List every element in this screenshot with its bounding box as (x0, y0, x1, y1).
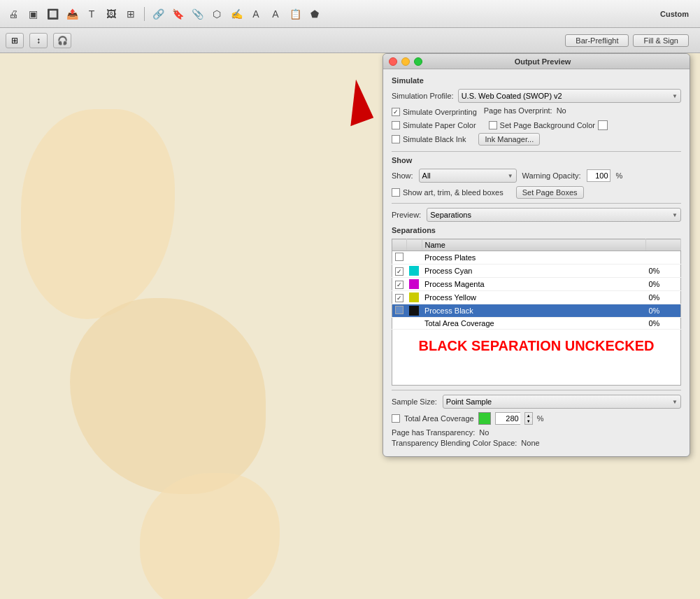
row-checkbox-cell[interactable] (392, 304, 407, 318)
tac-label: Total Area Coverage (404, 414, 474, 423)
text-icon[interactable]: T (84, 6, 99, 22)
simulate-overprinting-checkbox[interactable] (392, 108, 400, 116)
preview-value: Separations (430, 211, 471, 219)
transparency-blending-value: None (521, 439, 539, 447)
page-transparency-row: Page has Transparency: No (392, 428, 681, 437)
sample-size-select[interactable]: Point Sample ▼ (443, 395, 681, 409)
preview-select[interactable]: Separations ▼ (427, 208, 681, 222)
set-page-bg-label: Set Page Background Color (500, 121, 595, 129)
warning-opacity-input[interactable] (587, 169, 610, 182)
panel-body: Simulate Simulation Profile: U.S. Web Co… (383, 69, 690, 456)
separations-label: Separations (392, 226, 681, 234)
simulate-black-group: Simulate Black Ink (392, 135, 466, 143)
set-page-boxes-button[interactable]: Set Page Boxes (516, 186, 584, 199)
print-icon[interactable]: 🖨 (6, 6, 21, 22)
row-checkbox-cell[interactable] (392, 265, 407, 278)
stepper-up-btn[interactable]: ▲ (525, 413, 532, 418)
tac-value-input[interactable] (495, 412, 520, 425)
set-page-bg-checkbox[interactable] (489, 121, 497, 129)
ink-manager-button[interactable]: Ink Manager... (478, 133, 540, 146)
profile-row: Simulation Profile: U.S. Web Coated (SWO… (392, 89, 681, 103)
simulation-profile-select[interactable]: U.S. Web Coated (SWOP) v2 ▼ (458, 89, 681, 103)
image-icon[interactable]: 🖼 (103, 6, 119, 22)
separations-table: Name Process Plates (392, 239, 681, 330)
table-row: Process Yellow 0% (392, 291, 681, 304)
link-icon[interactable]: 🔗 (150, 6, 166, 22)
show-value: All (422, 171, 431, 180)
action-icon[interactable]: ⬟ (307, 6, 322, 22)
tac-checkbox[interactable] (392, 414, 400, 423)
show-art-trim-checkbox[interactable] (392, 188, 400, 197)
sep-table-header: Name (392, 239, 681, 251)
tac-color-swatch[interactable] (478, 412, 491, 425)
font-icon[interactable]: A (248, 6, 264, 22)
show-row: Show: All ▼ Warning Opacity: % (392, 169, 681, 183)
display-icon[interactable]: ▣ (25, 6, 41, 22)
row-checkbox-cell[interactable] (392, 251, 407, 265)
scroll-btn[interactable]: ↕ (29, 33, 48, 48)
row-percent-cell: 0% (646, 291, 681, 304)
profile-label: Simulation Profile: (392, 92, 454, 100)
tools-icon[interactable]: ⊞ (123, 6, 138, 22)
show-select[interactable]: All ▼ (419, 169, 517, 183)
form-icon[interactable]: 📋 (287, 6, 303, 22)
stamp-icon[interactable]: ⬡ (209, 6, 224, 22)
share-icon[interactable]: 📤 (64, 6, 80, 22)
black-ink-row: Simulate Black Ink Ink Manager... (392, 133, 681, 146)
divider2 (392, 203, 681, 204)
stepper-down-btn[interactable]: ▼ (525, 418, 532, 424)
paper-color-row: Simulate Paper Color Set Page Background… (392, 120, 681, 130)
simulate-paper-checkbox[interactable] (392, 121, 400, 129)
show-label: Show: (392, 171, 413, 180)
row-checkbox[interactable] (395, 294, 403, 302)
show-section-label: Show (392, 156, 681, 164)
row-percent-cell: 0% (646, 278, 681, 291)
simulate-section: Simulate Simulation Profile: U.S. Web Co… (392, 76, 681, 146)
divider3 (392, 390, 681, 390)
row-checkbox[interactable] (395, 253, 403, 261)
decorative-blob1 (21, 109, 175, 319)
bg-color-swatch[interactable] (598, 120, 608, 130)
fill-sign-tab[interactable]: Fill & Sign (633, 34, 689, 47)
bookmark-icon[interactable]: 🔖 (170, 6, 185, 22)
row-checkbox[interactable] (395, 267, 403, 276)
show-art-trim-group: Show art, trim, & bleed boxes (392, 188, 503, 197)
layout-view-btn[interactable]: ⊞ (6, 33, 24, 48)
simulate-black-label: Simulate Black Ink (403, 135, 466, 143)
row-checkbox-cell[interactable] (392, 278, 407, 291)
row-percent-cell (646, 251, 681, 265)
font-size-icon[interactable]: A (268, 6, 283, 22)
close-button[interactable] (389, 57, 397, 66)
simulate-overprinting-label: Simulate Overprinting (403, 108, 477, 116)
simulate-black-checkbox[interactable] (392, 135, 400, 143)
col-check (392, 239, 407, 251)
row-color-cell (406, 251, 422, 265)
zoom-icon[interactable]: 🔲 (45, 6, 60, 22)
color-swatch-cyan (409, 266, 419, 276)
transparency-blending-label: Transparency Blending Color Space: (392, 439, 517, 447)
row-checkbox-cell[interactable] (392, 291, 407, 304)
simulate-paper-group: Simulate Paper Color (392, 121, 476, 129)
sign-icon[interactable]: ✍ (229, 6, 244, 22)
table-row-selected[interactable]: Process Black 0% (392, 304, 681, 318)
sample-size-row: Sample Size: Point Sample ▼ (392, 395, 681, 409)
page-overprint-row: Page has Overprint: No (484, 106, 566, 115)
show-section: Show Show: All ▼ Warning Opacity: % Show… (392, 156, 681, 199)
row-percent-cell: 0% (646, 304, 681, 318)
attach-icon[interactable]: 📎 (190, 6, 205, 22)
separations-section: Separations Name (392, 226, 681, 386)
row-checkbox-cell (392, 318, 407, 330)
table-row: Process Cyan 0% (392, 265, 681, 278)
warning-opacity-label: Warning Opacity: (522, 171, 581, 180)
tac-stepper[interactable]: ▲ ▼ (524, 412, 533, 425)
row-checkbox[interactable] (395, 281, 403, 289)
profile-value: U.S. Web Coated (SWOP) v2 (462, 92, 562, 100)
headphones-btn[interactable]: 🎧 (53, 33, 71, 48)
preview-label: Preview: (392, 211, 421, 219)
decorative-blob2 (70, 298, 266, 494)
table-row: Total Area Coverage 0% (392, 318, 681, 330)
bar-preflight-tab[interactable]: Bar-Preflight (565, 34, 629, 47)
toolbar2-right: Bar-Preflight Fill & Sign (565, 34, 694, 47)
row-checkbox[interactable] (395, 306, 403, 314)
col-percent (646, 239, 681, 251)
